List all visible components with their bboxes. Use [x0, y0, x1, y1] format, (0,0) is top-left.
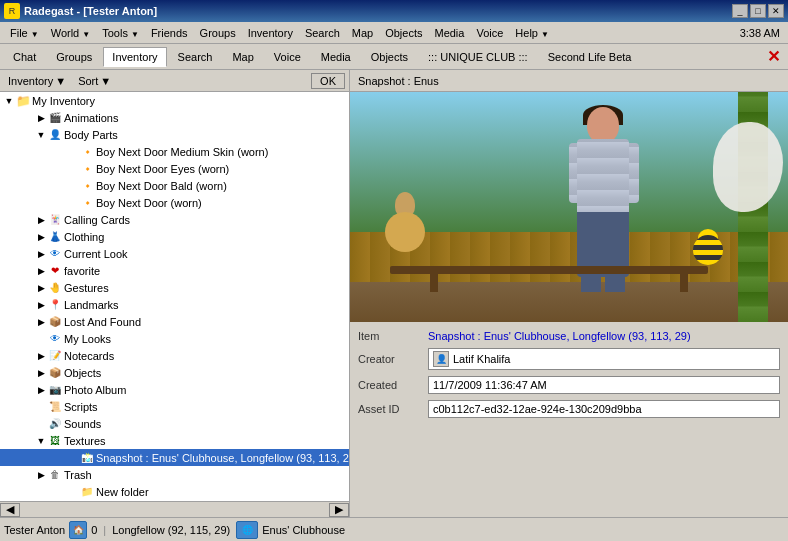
- expand-icon[interactable]: ▶: [34, 298, 48, 312]
- tree-item-favorite[interactable]: ▶ ❤ favorite: [0, 262, 349, 279]
- tab-chat[interactable]: Chat: [4, 47, 45, 67]
- horizontal-scrollbar[interactable]: ◀ ▶: [0, 501, 349, 517]
- tree-item-sounds[interactable]: 🔊 Sounds: [0, 415, 349, 432]
- scroll-right-button[interactable]: ▶: [329, 503, 349, 517]
- expand-icon[interactable]: ▶: [34, 281, 48, 295]
- expand-icon[interactable]: [34, 332, 48, 346]
- tab-groups[interactable]: Groups: [47, 47, 101, 67]
- tree-item-objects[interactable]: ▶ 📦 Objects: [0, 364, 349, 381]
- item-label: Landmarks: [64, 299, 118, 311]
- menu-objects[interactable]: Objects: [379, 25, 428, 41]
- tree-item-scripts[interactable]: 📜 Scripts: [0, 398, 349, 415]
- tab-unique-club[interactable]: ::: UNIQUE CLUB :::: [419, 47, 537, 67]
- menu-search[interactable]: Search: [299, 25, 346, 41]
- tree-item-skin[interactable]: 🔸 Boy Next Door Medium Skin (worn): [0, 143, 349, 160]
- tree-item-bnd[interactable]: 🔸 Boy Next Door (worn): [0, 194, 349, 211]
- expand-icon: [66, 485, 80, 499]
- sort-dropdown-button[interactable]: Sort ▼: [74, 74, 115, 88]
- menu-media[interactable]: Media: [428, 25, 470, 41]
- snapshot-icon: 📸: [80, 451, 94, 465]
- inventory-dropdown-button[interactable]: Inventory ▼: [4, 74, 70, 88]
- tree-item-clothing[interactable]: ▶ 👗 Clothing: [0, 228, 349, 245]
- item-label: My Looks: [64, 333, 111, 345]
- expand-icon[interactable]: ▶: [34, 468, 48, 482]
- inventory-arrow-icon: ▼: [55, 75, 66, 87]
- expand-icon[interactable]: ▶: [34, 349, 48, 363]
- inventory-tree[interactable]: ▼ 📁 My Inventory ▶ 🎬 Animations ▼ 👤 Body…: [0, 92, 349, 501]
- minimize-button[interactable]: _: [732, 4, 748, 18]
- expand-icon[interactable]: ▶: [34, 383, 48, 397]
- status-region: Enus' Clubhouse: [262, 524, 345, 536]
- clothing-icon: 👗: [48, 230, 62, 244]
- expand-icon[interactable]: [34, 400, 48, 414]
- tree-item-photo-album[interactable]: ▶ 📷 Photo Album: [0, 381, 349, 398]
- tree-item-body-parts[interactable]: ▼ 👤 Body Parts: [0, 126, 349, 143]
- tree-item-new-folder[interactable]: 📁 New folder: [0, 483, 349, 500]
- objects-icon: 📦: [48, 366, 62, 380]
- tab-map[interactable]: Map: [223, 47, 262, 67]
- tab-media[interactable]: Media: [312, 47, 360, 67]
- tree-item-gestures[interactable]: ▶ 🤚 Gestures: [0, 279, 349, 296]
- close-tab-button[interactable]: ✕: [763, 47, 784, 66]
- expand-icon[interactable]: ▼: [34, 128, 48, 142]
- menu-friends[interactable]: Friends: [145, 25, 194, 41]
- expand-icon[interactable]: ▼: [34, 434, 48, 448]
- menu-inventory[interactable]: Inventory: [242, 25, 299, 41]
- ok-button[interactable]: OK: [311, 73, 345, 89]
- expand-icon[interactable]: ▶: [34, 111, 48, 125]
- item-label: Objects: [64, 367, 101, 379]
- tab-second-life-beta[interactable]: Second Life Beta: [539, 47, 641, 67]
- tab-voice[interactable]: Voice: [265, 47, 310, 67]
- item-label: favorite: [64, 265, 100, 277]
- status-icon-1[interactable]: 🏠: [69, 521, 87, 539]
- tree-item-textures[interactable]: ▼ 🖼 Textures: [0, 432, 349, 449]
- menu-groups[interactable]: Groups: [194, 25, 242, 41]
- tree-item-animations[interactable]: ▶ 🎬 Animations: [0, 109, 349, 126]
- tab-objects[interactable]: Objects: [362, 47, 417, 67]
- menu-file[interactable]: File ▼: [4, 25, 45, 41]
- tree-item-landmarks[interactable]: ▶ 📍 Landmarks: [0, 296, 349, 313]
- expand-icon[interactable]: ▶: [34, 264, 48, 278]
- creator-field-label: Creator: [358, 353, 428, 365]
- menu-world[interactable]: World ▼: [45, 25, 97, 41]
- tree-item-notecards[interactable]: ▶ 📝 Notecards: [0, 347, 349, 364]
- teleport-icon[interactable]: 🌐: [236, 521, 258, 539]
- current-look-icon: 👁: [48, 247, 62, 261]
- item-label: Lost And Found: [64, 316, 141, 328]
- tree-item-bald[interactable]: 🔸 Boy Next Door Bald (worn): [0, 177, 349, 194]
- expand-icon[interactable]: ▶: [34, 366, 48, 380]
- tree-item-my-inventory[interactable]: ▼ 📁 My Inventory: [0, 92, 349, 109]
- menu-help[interactable]: Help ▼: [509, 25, 555, 41]
- tree-item-trash[interactable]: ▶ 🗑 Trash: [0, 466, 349, 483]
- creator-avatar-icon[interactable]: 👤: [433, 351, 449, 367]
- menu-map[interactable]: Map: [346, 25, 379, 41]
- expand-icon[interactable]: ▶: [34, 213, 48, 227]
- item-label: My Inventory: [32, 95, 95, 107]
- window-controls[interactable]: _ □ ✕: [732, 4, 784, 18]
- menu-voice[interactable]: Voice: [470, 25, 509, 41]
- expand-icon[interactable]: ▶: [34, 315, 48, 329]
- tree-item-calling-cards[interactable]: ▶ 🃏 Calling Cards: [0, 211, 349, 228]
- tree-item-eyes[interactable]: 🔸 Boy Next Door Eyes (worn): [0, 160, 349, 177]
- menu-tools[interactable]: Tools ▼: [96, 25, 145, 41]
- restore-button[interactable]: □: [750, 4, 766, 18]
- expand-icon: [66, 145, 80, 159]
- expand-icon[interactable]: [34, 417, 48, 431]
- titlebar-left: R Radegast - [Tester Anton]: [4, 3, 157, 19]
- expand-icon: [66, 451, 80, 465]
- tree-item-snapshot[interactable]: 📸 Snapshot : Enus' Clubhouse, Longfellow…: [0, 449, 349, 466]
- tree-item-my-looks[interactable]: 👁 My Looks: [0, 330, 349, 347]
- expand-icon[interactable]: ▶: [34, 230, 48, 244]
- status-location: Longfellow (92, 115, 29): [112, 524, 230, 536]
- creator-field-value: 👤 Latif Khalifa: [428, 348, 780, 370]
- expand-icon[interactable]: ▼: [2, 94, 16, 108]
- close-button[interactable]: ✕: [768, 4, 784, 18]
- tab-inventory[interactable]: Inventory: [103, 47, 166, 67]
- item-label: Current Look: [64, 248, 128, 260]
- scroll-left-button[interactable]: ◀: [0, 503, 20, 517]
- tab-search[interactable]: Search: [169, 47, 222, 67]
- tree-item-lost-found[interactable]: ▶ 📦 Lost And Found: [0, 313, 349, 330]
- tree-item-current-look[interactable]: ▶ 👁 Current Look: [0, 245, 349, 262]
- sort-label: Sort: [78, 75, 98, 87]
- expand-icon[interactable]: ▶: [34, 247, 48, 261]
